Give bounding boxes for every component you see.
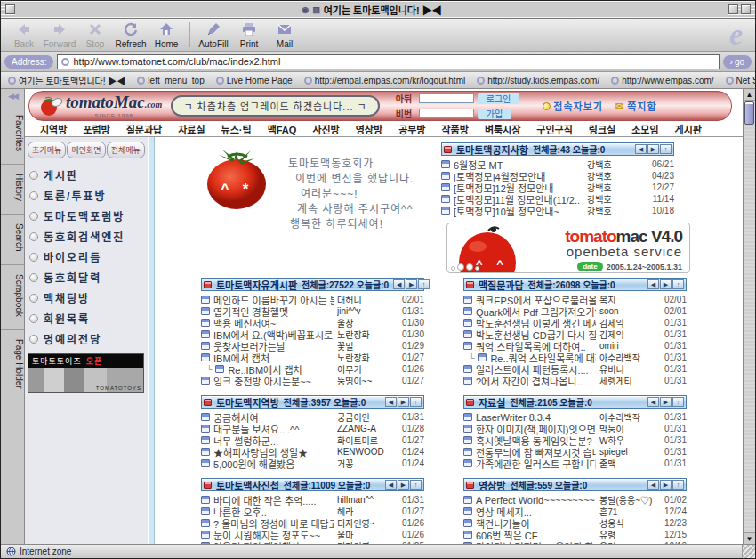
- board-prev-button[interactable]: ◀: [647, 280, 659, 289]
- collapse-box[interactable]: [741, 4, 751, 14]
- post-title[interactable]: [토맥정모]10월 정모안내~: [454, 204, 583, 218]
- board-next-button[interactable]: ▶: [660, 480, 672, 490]
- board-top-button[interactable]: ↑: [410, 480, 422, 490]
- id-input[interactable]: [419, 93, 474, 103]
- left-menu-item[interactable]: 토마토맥포럼방: [28, 206, 145, 226]
- board-title[interactable]: 토마토맥사진첩: [216, 478, 279, 492]
- favorite-item[interactable]: left_menu_top: [137, 76, 204, 85]
- board-prev-button[interactable]: ◀: [385, 480, 397, 490]
- post-title[interactable]: 아울러 저의 페인책상........: [213, 539, 334, 545]
- board-prev-button[interactable]: ◀: [635, 144, 647, 154]
- nav-item[interactable]: 지역방: [32, 122, 75, 136]
- home-button[interactable]: Home: [149, 20, 184, 50]
- favorite-item[interactable]: 여기는 토마토맥입니다! ▶◀: [8, 74, 125, 87]
- nav-item[interactable]: 소모임: [623, 122, 666, 136]
- title-bar[interactable]: ◉ ▤ 여기는 토마토맥입니다! ▶◀: [1, 1, 755, 19]
- board-title[interactable]: 자료실: [479, 395, 505, 409]
- autofill-button[interactable]: AutoFill: [196, 20, 231, 50]
- board-prev-button[interactable]: ◀: [385, 397, 397, 407]
- nav-item[interactable]: 공부방: [390, 122, 433, 136]
- scroll-down-arrow[interactable]: ▼: [744, 532, 755, 544]
- close-box[interactable]: [5, 4, 15, 14]
- board-top-button[interactable]: ↑: [672, 397, 684, 407]
- favorite-item[interactable]: http://www.empas.com/: [611, 76, 713, 85]
- board-prev-button[interactable]: ◀: [393, 280, 405, 289]
- visitors-link[interactable]: 접속자보기: [543, 99, 603, 113]
- board-title[interactable]: 토마토맥지역방: [216, 395, 279, 409]
- nav-item[interactable]: 구인구직: [528, 122, 580, 136]
- nav-item[interactable]: 작품방: [434, 122, 477, 136]
- left-menu-item[interactable]: 동호회달력: [28, 267, 145, 288]
- vertical-scrollbar[interactable]: ▲ ▼: [743, 89, 755, 544]
- nav-item[interactable]: 벼룩시장: [477, 122, 528, 136]
- site-logo[interactable]: tomatoMac.com SINCE 1998: [40, 94, 162, 118]
- frame-divider[interactable]: [148, 137, 155, 544]
- promo-banner[interactable]: ^ ^ tomatomac V4.0 openbeta service date: [446, 223, 690, 273]
- zoom-box[interactable]: [728, 4, 738, 14]
- board-prev-button[interactable]: ◀: [647, 397, 659, 407]
- sidebar-tab-search[interactable]: Search: [1, 215, 24, 265]
- post-title[interactable]: 잉크 충전방 아시는분~~: [213, 374, 334, 388]
- board-top-button[interactable]: ↑: [672, 480, 684, 490]
- board-title[interactable]: 영상방: [479, 478, 505, 492]
- board-next-button[interactable]: ▶: [660, 280, 672, 289]
- join-button[interactable]: 가입: [478, 109, 511, 119]
- nav-item[interactable]: 질문과답: [118, 122, 170, 136]
- nav-item[interactable]: 영상방: [348, 122, 390, 136]
- board-title[interactable]: 토마토맥자유게시판: [216, 278, 297, 292]
- scroll-thumb[interactable]: [744, 101, 754, 125]
- refresh-button[interactable]: Refresh: [113, 20, 149, 50]
- board-next-button[interactable]: ▶: [398, 397, 409, 407]
- nav-item[interactable]: 포럼방: [75, 122, 117, 136]
- left-menu-item[interactable]: 바이오리듬: [28, 247, 145, 267]
- go-button[interactable]: › go: [723, 55, 752, 69]
- address-input[interactable]: [73, 56, 714, 67]
- login-button[interactable]: 로그인: [478, 93, 520, 104]
- print-button[interactable]: Print: [231, 20, 267, 50]
- board-top-button[interactable]: ↑: [672, 280, 684, 289]
- board-next-button[interactable]: ▶: [398, 480, 409, 490]
- sidebar-collapse-icon[interactable]: ◀◀: [8, 92, 17, 101]
- board-top-button[interactable]: ↑: [660, 144, 672, 154]
- nav-item[interactable]: 뉴스·팁: [213, 122, 260, 136]
- address-field[interactable]: [57, 54, 719, 69]
- board-title[interactable]: 토마토맥공지사항: [456, 142, 528, 157]
- sidebar-tab-page-holder[interactable]: Page Holder: [1, 330, 24, 402]
- grow-box[interactable]: [742, 545, 755, 558]
- board-top-button[interactable]: ↑: [410, 397, 422, 407]
- favorite-item[interactable]: http://empal.empas.com/kr/logout.html: [304, 76, 466, 85]
- board-top-button[interactable]: ↑: [418, 280, 430, 289]
- left-menu-item[interactable]: 회원목록: [28, 308, 145, 328]
- left-menu-item[interactable]: 게시판: [28, 165, 145, 185]
- menu-tab[interactable]: 초기메뉴: [28, 142, 66, 158]
- board-next-button[interactable]: ▶: [647, 144, 659, 154]
- post-title[interactable]: ?에서 자간이 겹쳐나옵니..: [476, 374, 596, 388]
- board-next-button[interactable]: ▶: [406, 280, 417, 289]
- mail-button[interactable]: Mail: [267, 20, 302, 50]
- post-title[interactable]: 5,000원에 해결봤음: [213, 457, 334, 471]
- menu-tab[interactable]: 전체메뉴: [107, 142, 145, 158]
- favorite-item[interactable]: http://study.kids.empas.com/: [477, 76, 599, 85]
- board-next-button[interactable]: ▶: [660, 397, 672, 407]
- nav-item[interactable]: 사진방: [304, 122, 347, 136]
- pw-input[interactable]: [419, 109, 474, 118]
- left-menu-item[interactable]: 동호회검색엔진: [28, 226, 145, 247]
- left-menu-item[interactable]: 토론/투표방: [28, 185, 145, 206]
- favorite-item[interactable]: Live Home Page: [216, 76, 293, 85]
- board-title[interactable]: 맥질문과답: [479, 278, 524, 292]
- left-menu-item[interactable]: 명예의전당: [28, 328, 145, 349]
- nav-item[interactable]: 게시판: [667, 122, 710, 136]
- scroll-up-arrow[interactable]: ▲: [744, 89, 755, 101]
- post-title[interactable]: 타이타닉 명장면 ... 음악과 함..: [476, 539, 596, 545]
- sidebar-tab-scrapbook[interactable]: Scrapbook: [1, 265, 24, 330]
- messages-link[interactable]: ✉ 쪽지함: [615, 99, 657, 113]
- post-title[interactable]: 가족에관한 일러스트 구합니다.: [476, 457, 596, 471]
- scroll-track[interactable]: [744, 101, 755, 532]
- board-prev-button[interactable]: ◀: [647, 480, 659, 490]
- left-menu-item[interactable]: 맥채팅방: [28, 288, 145, 308]
- nav-item[interactable]: 링크실: [581, 122, 623, 136]
- sidebar-tab-favorites[interactable]: Favorites: [1, 106, 24, 165]
- tomatotoys-banner[interactable]: 토마토토이즈 오픈 TOMATOTOYS: [28, 353, 144, 393]
- nav-item[interactable]: 맥FAQ: [260, 122, 305, 136]
- favorite-item[interactable]: Net Search: [726, 76, 755, 85]
